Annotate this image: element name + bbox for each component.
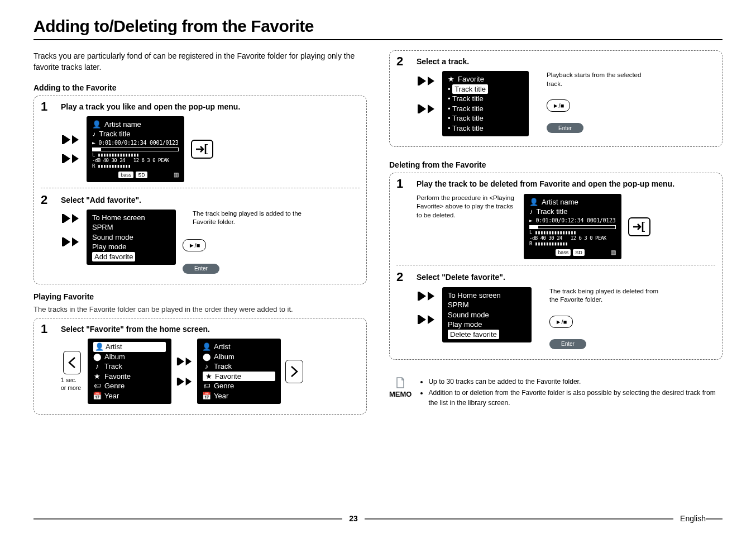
- step-number: 1: [41, 101, 54, 113]
- step-number: 2: [41, 194, 54, 206]
- home-item-favorite[interactable]: Favorite: [104, 372, 131, 382]
- play-step2-title: Select a track.: [417, 56, 715, 66]
- level-meter: L ▮▮▮▮▮▮▮▮▮▮▮▮▮▮▮-dB 40 30 24 12 6 3 0 P…: [529, 230, 616, 247]
- now-playing-track: Track title: [99, 129, 131, 139]
- level-meter: L ▮▮▮▮▮▮▮▮▮▮▮▮▮▮▮-dB 40 30 24 12 6 3 0 P…: [92, 153, 179, 169]
- now-playing-timeline: ► 0:01:00/0:12:34 0001/0123: [529, 217, 616, 225]
- favorite-track-3[interactable]: • Track title: [448, 104, 523, 114]
- nav-left-button[interactable]: [63, 351, 81, 374]
- star-icon: ★: [448, 74, 454, 84]
- album-icon: ⬤: [93, 353, 101, 360]
- nav-right-button[interactable]: [285, 360, 303, 383]
- step-number: 2: [396, 55, 410, 68]
- home-item-year[interactable]: Year: [214, 391, 228, 401]
- artist-icon: 👤: [203, 343, 210, 351]
- next-track-icon[interactable]: [417, 315, 436, 324]
- note-icon: ♪: [529, 207, 533, 217]
- note-icon: ♪: [203, 363, 210, 370]
- album-icon: ⬤: [203, 353, 210, 360]
- home-item-genre[interactable]: Genre: [104, 381, 125, 391]
- step-separator: [41, 188, 360, 188]
- menu-item-home[interactable]: To Home screen: [92, 213, 170, 223]
- page-number: 23: [342, 514, 365, 523]
- home-item-artist[interactable]: Artist: [214, 342, 231, 352]
- next-track-icon[interactable]: [176, 378, 193, 386]
- menu-item-play-mode[interactable]: Play mode: [92, 242, 170, 252]
- artist-icon: 👤: [95, 343, 103, 351]
- playing-favorite-heading: Playing Favorite: [34, 292, 367, 301]
- menu-item-add-favorite[interactable]: Add favorite: [92, 252, 135, 262]
- play-pause-button[interactable]: ►/■: [549, 316, 573, 328]
- home-item-track[interactable]: Track: [104, 361, 122, 372]
- enter-button[interactable]: Enter: [183, 264, 219, 274]
- memo-item-1: Up to 30 tracks can be added to the Favo…: [428, 377, 722, 387]
- prev-track-icon[interactable]: [61, 214, 80, 223]
- deleting-favorite-heading: Deleting from the Favorite: [389, 160, 722, 169]
- del-step1-title: Play the track to be deleted from Favori…: [417, 179, 715, 189]
- intro-text: Tracks you are particularly fond of can …: [34, 50, 367, 73]
- playing-favorite-desc: The tracks in the Favorite folder can be…: [34, 304, 367, 315]
- play-step2-note: Playback starts from the selected track.: [547, 71, 658, 88]
- del-step1-note: Perform the procedure in <Playing Favori…: [417, 194, 517, 220]
- home-item-album[interactable]: Album: [214, 352, 235, 362]
- favorite-track-5[interactable]: • Track title: [448, 123, 523, 134]
- memo-label: MEMO: [389, 391, 412, 398]
- play-step1-title: Select "Favorite" from the home screen.: [61, 324, 360, 334]
- home-item-album[interactable]: Album: [104, 352, 125, 362]
- prev-track-icon[interactable]: [417, 292, 436, 301]
- now-playing-track: Track title: [537, 207, 568, 217]
- menu-item-sprm[interactable]: SPRM: [92, 222, 170, 232]
- step-number: 1: [396, 178, 410, 190]
- note-icon: ♪: [92, 129, 96, 139]
- menu-item-delete-favorite[interactable]: Delete favorite: [448, 330, 499, 340]
- home-item-genre[interactable]: Genre: [214, 381, 234, 391]
- sd-indicator: SD: [136, 172, 147, 178]
- menu-item-home[interactable]: To Home screen: [448, 291, 526, 301]
- title-rule: [34, 39, 722, 40]
- play-pause-button[interactable]: ►/■: [183, 239, 206, 251]
- menu-item-sound-mode[interactable]: Sound mode: [448, 310, 526, 320]
- star-icon: ★: [93, 373, 101, 380]
- next-track-icon[interactable]: [417, 104, 436, 113]
- page-language: English: [673, 514, 706, 523]
- now-playing-timeline: ► 0:01:00/0:12:34 0001/0123: [92, 139, 179, 147]
- sd-indicator: SD: [573, 249, 585, 256]
- prev-track-icon[interactable]: [61, 135, 80, 144]
- favorite-track-1[interactable]: Track title: [452, 84, 488, 94]
- calendar-icon: 📅: [93, 392, 101, 400]
- home-screen-right: 👤Artist ⬤Album ♪Track ★Favorite 🏷Genre 📅…: [197, 339, 281, 404]
- home-item-year[interactable]: Year: [104, 391, 119, 401]
- popup-menu-button[interactable]: [191, 140, 213, 159]
- popup-menu-button[interactable]: [628, 217, 650, 236]
- adding-favorite-heading: Adding to the Favorite: [34, 83, 367, 92]
- menu-item-sprm[interactable]: SPRM: [448, 300, 526, 310]
- memo-icon: [395, 377, 405, 391]
- enter-button[interactable]: Enter: [549, 339, 586, 349]
- now-playing-artist: Artist name: [104, 120, 141, 130]
- del-step2-title: Select "Delete favorite".: [417, 272, 715, 282]
- next-track-icon[interactable]: [61, 154, 80, 163]
- favorite-track-2[interactable]: • Track title: [448, 94, 523, 104]
- prev-track-icon[interactable]: [417, 77, 436, 85]
- favorite-list-screen: ★Favorite • Track title • Track title • …: [442, 71, 529, 136]
- prev-track-icon[interactable]: [176, 358, 193, 365]
- now-playing-screen: 👤Artist name ♪Track title ► 0:01:00/0:12…: [524, 194, 621, 260]
- home-item-artist[interactable]: Artist: [106, 342, 122, 352]
- artist-icon: 👤: [529, 197, 538, 207]
- step-number: 1: [41, 323, 54, 335]
- enter-button[interactable]: Enter: [547, 123, 583, 133]
- play-pause-button[interactable]: ►/■: [547, 99, 570, 112]
- step-separator: [396, 265, 715, 265]
- add-step2-note: The track being played is added to the F…: [183, 210, 304, 227]
- tag-icon: 🏷: [93, 382, 101, 390]
- menu-item-sound-mode[interactable]: Sound mode: [92, 232, 170, 242]
- bass-indicator: bass: [118, 172, 133, 178]
- home-item-track[interactable]: Track: [214, 361, 232, 372]
- favorite-track-4[interactable]: • Track title: [448, 113, 523, 123]
- star-icon: ★: [205, 373, 213, 380]
- next-track-icon[interactable]: [61, 237, 80, 246]
- home-item-favorite[interactable]: Favorite: [215, 372, 241, 382]
- menu-item-play-mode[interactable]: Play mode: [448, 320, 526, 330]
- add-step2-title: Select "Add favorite".: [61, 195, 360, 205]
- note-icon: ♪: [93, 363, 101, 370]
